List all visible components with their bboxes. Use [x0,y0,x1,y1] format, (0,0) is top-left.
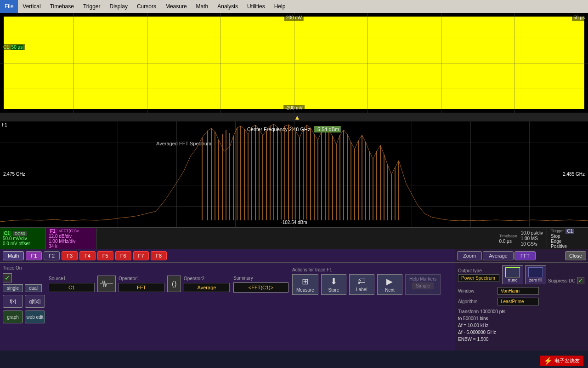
trigger-arrow: ▲ [294,114,300,121]
fft-freq-right: 2.485 GHz [561,171,586,177]
output-type-row: Output type Power Spectrum trunc zero fi… [458,265,585,284]
summary-block: Summary <FFT(C1)> [233,276,288,293]
menu-help[interactable]: Help [270,0,290,13]
measure-label: Measure [296,288,314,293]
fft-avg-label: Averaged FFT Spectrum [156,141,211,146]
watermark: ⚡ 电子发烧友 [540,356,583,366]
btn-help-markers: Help Markers Simple [405,274,441,295]
trigger-status: Trigger C1 Stop Edge Positive [547,228,588,249]
trace-checkbox-row: ✓ [3,273,45,282]
btn-gfx[interactable]: g[f[x]] [25,295,45,308]
measure-icon: ⊞ [302,276,309,287]
top-scale-top: 200 mV [284,15,304,21]
menu-file[interactable]: File [0,0,18,13]
menu-measure[interactable]: Measure [161,0,192,13]
btn-store[interactable]: ⬇ Store [321,274,346,295]
operator2-block: Operator2 Average [184,276,230,292]
operator2-value[interactable]: Average [184,283,230,292]
tab-f7[interactable]: F7 [133,251,149,260]
suppress-dc-row: Suppress DC ✓ [548,277,584,284]
menu-trigger[interactable]: Trigger [79,0,105,13]
actions-section: Actions for trace F1 ⊞ Measure ⬇ Store [292,267,441,295]
menu-analysis[interactable]: Analysis [213,0,243,13]
btn-web-edit[interactable]: web edit [25,310,45,323]
right-panel: Zoom Average FFT Close Output type Power… [455,249,588,351]
trunco-icon [505,267,520,277]
next-label: Next [385,288,395,293]
close-button[interactable]: Close [565,251,586,260]
algorithm-row: Algorithm LeastPrime [458,298,585,305]
btn-label[interactable]: 🏷 Label [349,274,374,295]
btn-dual[interactable]: dual [25,284,42,292]
btn-next[interactable]: ▶ Next [377,274,402,295]
ch1-status: C1 DC50 50.0 mV/div 0.0 mV offset [0,228,46,249]
tab-f3[interactable]: F3 [62,251,78,260]
tab-f4[interactable]: F4 [79,251,96,260]
menu-cursors[interactable]: Cursors [132,0,161,13]
menubar: File Vertical Timebase Trigger Display C… [0,0,588,13]
source1-value[interactable]: C1 [49,283,95,292]
btn-fx[interactable]: f[x] [3,295,23,308]
timebase-status: Timebase 0.0 µs 10.0 ps/div 1.00 MS 10 G… [495,228,547,249]
menu-display[interactable]: Display [105,0,132,13]
divider: ▲ [0,113,588,121]
trace-section: Trace On ✓ single dual f[x] g[f[x]] grap… [3,265,45,348]
controls-area: Trace On ✓ single dual f[x] g[f[x]] grap… [0,263,455,351]
right-content: Output type Power Spectrum trunc zero fi… [455,263,588,345]
tab-math[interactable]: Math [3,251,24,260]
left-panel: Math F1 F2 F3 F4 F5 F6 F7 F8 Trace On ✓ [0,249,455,351]
btn-trunco[interactable]: trunc [502,265,523,284]
operator1-block: Operator1 FFT [119,276,164,292]
ch1-label: C1 50 µs [2,44,25,50]
menu-timebase[interactable]: Timebase [45,0,79,13]
window-row: Window VonHann [458,287,585,295]
store-label: Store [328,288,339,293]
menu-vertical[interactable]: Vertical [18,0,45,13]
help-markers-label: Help Markers [409,276,436,282]
fft-ref-bot: -102.54 dBm [279,219,309,225]
graph-webedit-row: graph web edit [3,310,45,323]
btn-graph[interactable]: graph [3,310,23,323]
menu-math[interactable]: Math [192,0,213,13]
status-bar: C1 DC50 50.0 mV/div 0.0 mV offset F1 <FF… [0,227,588,249]
transform-info: Transform 1000000 pts to 500001 bins Δf … [458,308,585,343]
label-label: Label [356,287,367,292]
algorithm-value[interactable]: LeastPrime [498,298,539,305]
help-markers-value[interactable]: Simple [412,282,434,289]
btn-measure[interactable]: ⊞ Measure [292,274,318,295]
tab-average[interactable]: Average [483,251,514,260]
fft-spectrum-svg [0,121,588,227]
operator1-value[interactable]: FFT [119,283,164,292]
fn-tabs: Math F1 F2 F3 F4 F5 F6 F7 F8 [0,249,455,263]
top-scale-bot: -200 mV [283,105,305,111]
fft-freq-left: 2.475 GHz [2,171,27,177]
zerofill-icon [528,267,543,277]
btn-single[interactable]: single [3,284,23,292]
fft-center-label: Center Frequency 2.48 GHz -5.54 dBm [247,126,341,132]
bottom-panel: Math F1 F2 F3 F4 F5 F6 F7 F8 Trace On ✓ [0,249,588,351]
btn-zerofill[interactable]: zero fill [525,265,546,284]
suppress-dc-checkbox[interactable]: ✓ [577,277,584,284]
label-icon: 🏷 [357,276,366,286]
tab-fft[interactable]: FFT [514,251,536,260]
tab-f8[interactable]: F8 [151,251,167,260]
fft-f1-label: F1 [2,122,7,127]
tab-f5[interactable]: F5 [97,251,113,260]
window-value[interactable]: VonHann [498,287,539,295]
tab-zoom[interactable]: Zoom [457,251,482,260]
tab-f2[interactable]: F2 [44,251,60,260]
operator1-icon [97,276,116,292]
fn-btn-row: f[x] g[f[x]] [3,295,45,308]
menu-utilities[interactable]: Utilities [243,0,270,13]
output-type-value: Power Spectrum [458,274,499,282]
fft-waveform: Center Frequency 2.48 GHz -5.54 dBm Aver… [0,121,588,227]
top-waveform: 200 mV 50 µs -200 mV C1 50 µs [0,13,588,113]
oscilloscope-area: 200 mV 50 µs -200 mV C1 50 µs ▲ [0,13,588,368]
tab-f1[interactable]: F1 [26,251,42,260]
next-icon: ▶ [386,276,393,287]
tab-f6[interactable]: F6 [115,251,131,260]
action-btns: ⊞ Measure ⬇ Store 🏷 Label [292,274,441,295]
fft-peak-badge: -5.54 dBm [314,126,341,132]
trace-checkbox[interactable]: ✓ [3,273,12,282]
store-icon: ⬇ [330,276,337,287]
